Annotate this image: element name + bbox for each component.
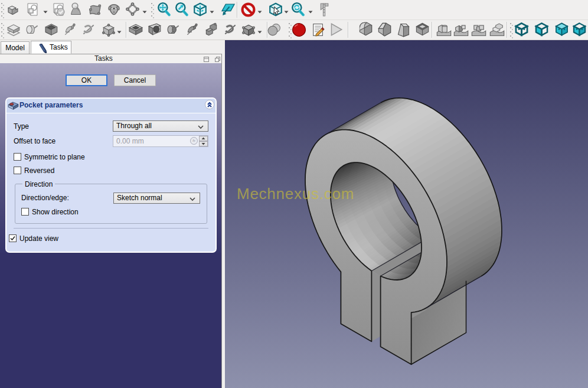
svg-text:Mechnexus.com: Mechnexus.com bbox=[237, 185, 354, 203]
